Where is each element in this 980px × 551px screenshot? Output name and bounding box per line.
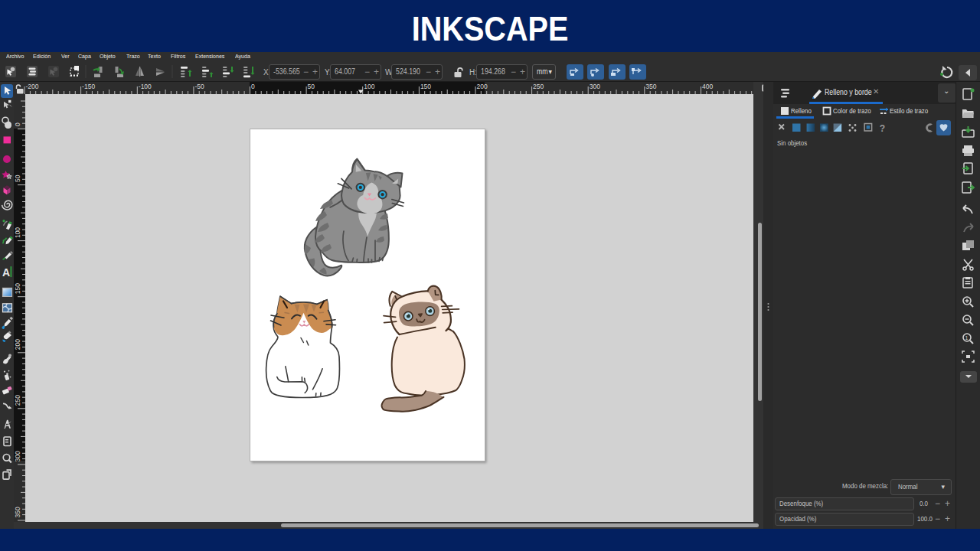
svg-text:50: 50 [308, 83, 315, 90]
svg-text:1: 1 [965, 335, 969, 341]
svg-text:0: 0 [14, 122, 21, 126]
svg-text:0: 0 [251, 83, 255, 90]
svg-text:300: 300 [14, 451, 21, 461]
svg-text:-200: -200 [26, 83, 39, 90]
svg-text:150: 150 [420, 83, 431, 90]
svg-text:250: 250 [14, 395, 21, 406]
svg-text:350: 350 [645, 83, 656, 90]
svg-text:200: 200 [14, 339, 21, 350]
svg-text:150: 150 [14, 283, 21, 294]
svg-text:50: 50 [14, 174, 21, 182]
svg-text:A: A [2, 266, 10, 279]
svg-text:100: 100 [14, 227, 21, 238]
svg-text:350: 350 [14, 507, 21, 517]
svg-text:200: 200 [477, 83, 488, 90]
svg-text:250: 250 [533, 83, 544, 90]
svg-text:100: 100 [364, 83, 374, 90]
svg-text:?: ? [880, 123, 885, 134]
svg-text:300: 300 [590, 83, 600, 90]
svg-text:-100: -100 [139, 83, 152, 90]
svg-text:-150: -150 [82, 83, 95, 90]
svg-text:-50: -50 [194, 83, 204, 90]
svg-text:400: 400 [702, 83, 713, 90]
